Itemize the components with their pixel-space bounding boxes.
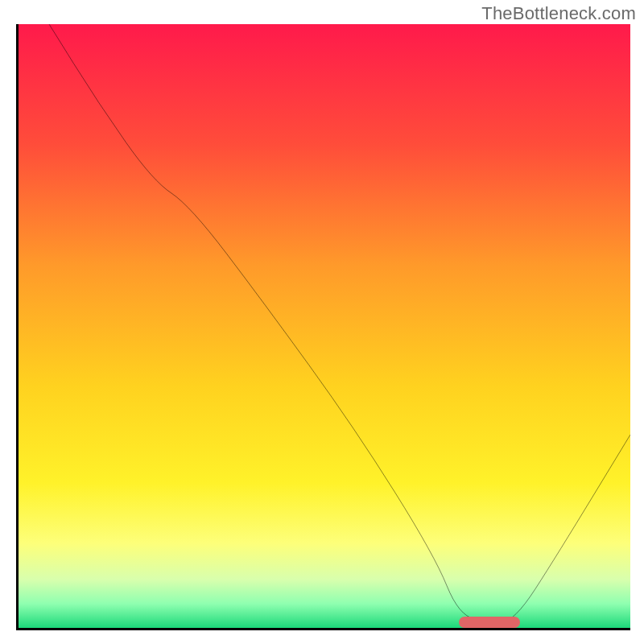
minimum-marker (459, 617, 520, 628)
bottleneck-curve (19, 24, 630, 628)
plot-area (16, 24, 630, 630)
chart-container: TheBottleneck.com (0, 0, 644, 644)
watermark-text: TheBottleneck.com (481, 3, 636, 24)
